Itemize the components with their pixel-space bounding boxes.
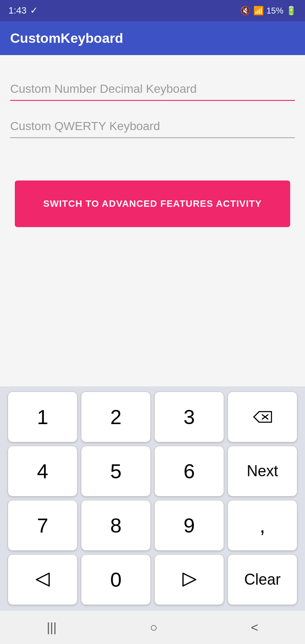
right-arrow-icon <box>179 571 200 588</box>
battery-text: 15% <box>266 6 283 16</box>
left-arrow-icon <box>32 571 53 588</box>
key-8[interactable]: 8 <box>81 500 151 551</box>
menu-nav-icon[interactable]: ||| <box>47 620 56 635</box>
key-5[interactable]: 5 <box>81 446 151 497</box>
key-9[interactable]: 9 <box>154 500 224 551</box>
key-6[interactable]: 6 <box>154 446 224 497</box>
signal-icon: 📶 <box>253 6 264 16</box>
decimal-input-field[interactable] <box>10 80 295 101</box>
decimal-input[interactable] <box>10 80 295 97</box>
key-7[interactable]: 7 <box>8 500 78 551</box>
key-1[interactable]: 1 <box>8 391 78 442</box>
key-comma[interactable]: , <box>227 500 297 551</box>
key-next[interactable]: Next <box>227 446 297 497</box>
backspace-icon <box>252 408 273 425</box>
keyboard-row-2: 4 5 6 Next <box>3 446 302 497</box>
nav-bar: ||| ○ < <box>0 610 305 644</box>
home-nav-icon[interactable]: ○ <box>150 620 158 635</box>
status-right: 🔇 📶 15% 🔋 <box>240 6 297 16</box>
key-clear[interactable]: Clear <box>227 554 297 605</box>
mute-icon: 🔇 <box>240 6 251 16</box>
check-icon: ✓ <box>30 5 38 16</box>
key-backspace[interactable] <box>227 391 297 442</box>
time: 1:43 <box>8 5 27 16</box>
key-4[interactable]: 4 <box>8 446 78 497</box>
keyboard: 1 2 3 4 5 6 Next <box>0 386 305 610</box>
svg-marker-3 <box>36 573 49 586</box>
battery-icon: 🔋 <box>286 6 297 16</box>
key-0[interactable]: 0 <box>81 554 151 605</box>
keyboard-row-4: 0 Clear <box>3 554 302 605</box>
status-bar: 1:43 ✓ 🔇 📶 15% 🔋 <box>0 0 305 21</box>
key-2[interactable]: 2 <box>81 391 151 442</box>
keyboard-row-3: 7 8 9 , <box>3 500 302 551</box>
switch-button[interactable]: SWITCH TO ADVANCED FEATURES ACTIVITY <box>15 180 290 227</box>
key-right-arrow[interactable] <box>154 554 224 605</box>
qwerty-input-field[interactable] <box>10 118 295 138</box>
status-left: 1:43 ✓ <box>8 5 38 16</box>
svg-marker-4 <box>183 573 196 586</box>
app-bar: CustomKeyboard <box>0 21 305 55</box>
svg-marker-0 <box>254 412 272 422</box>
key-3[interactable]: 3 <box>154 391 224 442</box>
back-nav-icon[interactable]: < <box>251 620 258 635</box>
keyboard-row-1: 1 2 3 <box>3 391 302 442</box>
app-title: CustomKeyboard <box>10 31 123 46</box>
qwerty-input[interactable] <box>10 118 295 135</box>
main-content: SWITCH TO ADVANCED FEATURES ACTIVITY <box>0 55 305 386</box>
key-left-arrow[interactable] <box>8 554 78 605</box>
